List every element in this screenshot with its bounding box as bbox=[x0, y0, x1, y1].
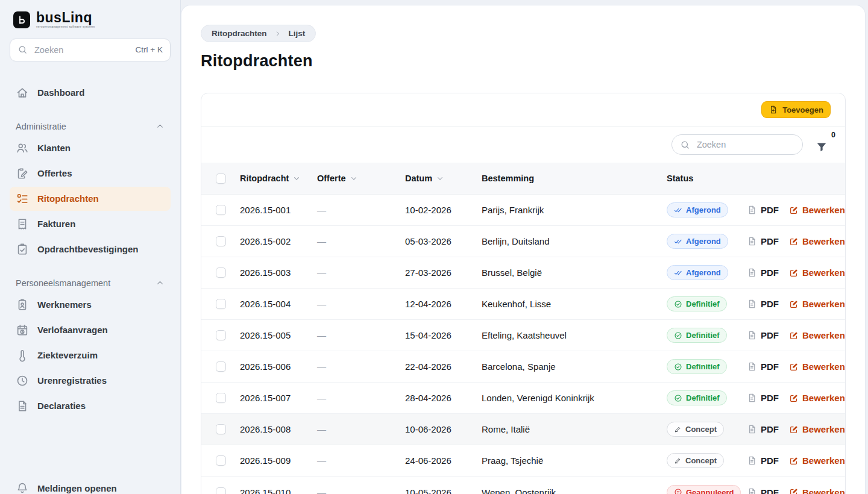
chevron-down-icon[interactable] bbox=[292, 174, 301, 183]
pdf-button[interactable]: PDF bbox=[747, 424, 779, 434]
pdf-button[interactable]: PDF bbox=[747, 455, 779, 466]
status-badge: Definitief bbox=[667, 390, 727, 405]
bewerken-button[interactable]: Bewerken bbox=[789, 487, 845, 494]
pdf-button[interactable]: PDF bbox=[747, 361, 779, 372]
sidebar-item-label: Declaraties bbox=[37, 401, 86, 411]
check-double-icon bbox=[674, 206, 682, 214]
row-checkbox[interactable] bbox=[216, 487, 226, 494]
brand-logo[interactable]: busLinq vervoersmanagement software syst… bbox=[10, 0, 171, 31]
row-checkbox[interactable] bbox=[216, 205, 226, 215]
file-icon bbox=[747, 267, 757, 278]
check-circle-icon bbox=[674, 331, 682, 340]
select-all-checkbox[interactable] bbox=[216, 174, 226, 184]
table-search[interactable] bbox=[671, 134, 803, 155]
column-header-datum[interactable]: Datum bbox=[405, 174, 482, 183]
bewerken-button[interactable]: Bewerken bbox=[789, 424, 845, 434]
checklist-icon bbox=[16, 192, 29, 205]
add-button[interactable]: Toevoegen bbox=[761, 101, 831, 118]
chevron-up-icon bbox=[156, 278, 165, 287]
datum-value: 12-04-2026 bbox=[405, 299, 482, 309]
bewerken-button[interactable]: Bewerken bbox=[789, 267, 845, 278]
edit-pencil-square-icon bbox=[789, 456, 799, 466]
section-personeelsmanagement[interactable]: Personeelsmanagement bbox=[16, 278, 165, 288]
datum-value: 05-03-2026 bbox=[405, 236, 482, 246]
bewerken-button[interactable]: Bewerken bbox=[789, 455, 845, 466]
sidebar-item-label: Klanten bbox=[37, 143, 71, 153]
pdf-label: PDF bbox=[761, 487, 779, 494]
pdf-label: PDF bbox=[761, 299, 779, 309]
sidebar-item-dashboard[interactable]: Dashboard bbox=[10, 81, 171, 105]
row-checkbox[interactable] bbox=[216, 424, 226, 434]
status-label: Definitief bbox=[686, 299, 720, 308]
sidebar-item-klanten[interactable]: Klanten bbox=[10, 136, 171, 160]
status-badge: Definitief bbox=[667, 328, 727, 343]
brand-tagline: vervoersmanagement software systeem bbox=[36, 26, 95, 29]
bewerken-button[interactable]: Bewerken bbox=[789, 393, 845, 403]
row-checkbox[interactable] bbox=[216, 455, 226, 466]
bewerken-button[interactable]: Bewerken bbox=[789, 205, 845, 215]
pdf-button[interactable]: PDF bbox=[747, 236, 779, 246]
sidebar-item-urenregistraties[interactable]: Urenregistraties bbox=[10, 369, 171, 393]
bewerken-button[interactable]: Bewerken bbox=[789, 299, 845, 309]
status-label: Afgerond bbox=[686, 268, 721, 277]
status-label: Afgerond bbox=[686, 237, 721, 246]
bewerken-label: Bewerken bbox=[802, 361, 845, 372]
table-search-input[interactable] bbox=[696, 139, 794, 150]
column-header-bestemming: Bestemming bbox=[482, 174, 667, 183]
sidebar-search-input[interactable] bbox=[33, 45, 130, 55]
clock-icon bbox=[16, 374, 29, 387]
offerte-value: — bbox=[317, 267, 405, 278]
sidebar-item-ritopdrachten[interactable]: Ritopdrachten bbox=[10, 187, 171, 211]
sidebar-item-ziekteverzuim[interactable]: Ziekteverzuim bbox=[10, 343, 171, 367]
bewerken-button[interactable]: Bewerken bbox=[789, 361, 845, 372]
page-title: Ritopdrachten bbox=[201, 52, 846, 70]
sidebar-item-werknemers[interactable]: Werknemers bbox=[10, 293, 171, 317]
pdf-button[interactable]: PDF bbox=[747, 299, 779, 309]
bewerken-button[interactable]: Bewerken bbox=[789, 236, 845, 246]
row-checkbox[interactable] bbox=[216, 267, 226, 278]
chevron-down-icon[interactable] bbox=[436, 174, 444, 183]
id-badge-icon bbox=[16, 298, 29, 311]
datum-value: 10-06-2026 bbox=[405, 424, 482, 434]
sidebar-item-opdrachtbevestigingen[interactable]: Opdrachtbevestigingen bbox=[10, 237, 171, 261]
pdf-button[interactable]: PDF bbox=[747, 330, 779, 340]
table-row: 2026.15-003 — 27-03-2026 Brussel, België… bbox=[201, 257, 845, 289]
clipboard-check-icon bbox=[16, 243, 29, 256]
datum-value: 24-06-2026 bbox=[405, 455, 482, 466]
breadcrumb-ritopdrachten[interactable]: Ritopdrachten bbox=[212, 29, 267, 38]
sidebar-nav: Dashboard Administratie Klanten Offertes… bbox=[10, 81, 171, 418]
ritopdracht-id: 2026.15-010 bbox=[240, 487, 317, 494]
table-row: 2026.15-004 — 12-04-2026 Keukenhof, Liss… bbox=[201, 289, 845, 320]
column-header-ritopdracht[interactable]: Ritopdracht bbox=[240, 174, 317, 183]
sidebar-item-offertes[interactable]: Offertes bbox=[10, 161, 171, 186]
bestemming-value: Londen, Verenigd Koninkrijk bbox=[482, 393, 667, 403]
chevron-down-icon[interactable] bbox=[350, 174, 358, 183]
row-checkbox[interactable] bbox=[216, 299, 226, 309]
status-label: Definitief bbox=[686, 393, 720, 402]
pdf-button[interactable]: PDF bbox=[747, 393, 779, 403]
row-checkbox[interactable] bbox=[216, 393, 226, 403]
edit-pencil-square-icon bbox=[789, 362, 799, 372]
sidebar-search[interactable]: Ctrl + K bbox=[10, 39, 171, 61]
filter-button[interactable]: 0 bbox=[815, 136, 831, 154]
sidebar-item-meldingen-openen[interactable]: Meldingen openen bbox=[10, 476, 171, 494]
pdf-button[interactable]: PDF bbox=[747, 205, 779, 215]
bewerken-button[interactable]: Bewerken bbox=[789, 330, 845, 340]
ritopdracht-id: 2026.15-007 bbox=[240, 393, 317, 403]
sidebar-item-verlofaanvragen[interactable]: Verlofaanvragen bbox=[10, 318, 171, 342]
bewerken-label: Bewerken bbox=[802, 205, 845, 215]
breadcrumb-lijst[interactable]: Lijst bbox=[289, 29, 306, 38]
row-checkbox[interactable] bbox=[216, 236, 226, 246]
status-badge: Concept bbox=[667, 422, 724, 437]
section-administratie[interactable]: Administratie bbox=[16, 122, 165, 131]
row-checkbox[interactable] bbox=[216, 361, 226, 372]
column-header-offerte[interactable]: Offerte bbox=[317, 174, 405, 183]
sidebar-item-fakturen[interactable]: Fakturen bbox=[10, 212, 171, 236]
pdf-button[interactable]: PDF bbox=[747, 267, 779, 278]
edit-pencil-square-icon bbox=[789, 299, 799, 309]
sidebar-item-declaraties[interactable]: Declaraties bbox=[10, 394, 171, 418]
users-icon bbox=[16, 142, 29, 155]
pdf-button[interactable]: PDF bbox=[747, 487, 779, 494]
file-plus-icon bbox=[769, 105, 778, 114]
row-checkbox[interactable] bbox=[216, 330, 226, 340]
